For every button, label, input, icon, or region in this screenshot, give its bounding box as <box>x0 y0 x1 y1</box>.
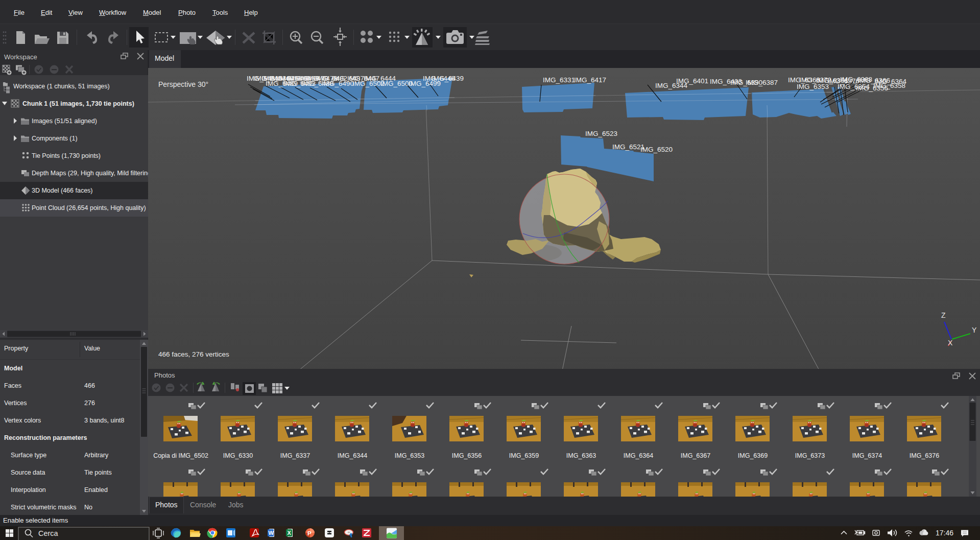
svg-text:IMG_6499: IMG_6499 <box>409 80 441 87</box>
svg-text:IMG_6417: IMG_6417 <box>574 76 606 84</box>
svg-text:IMG_6500: IMG_6500 <box>380 80 413 87</box>
svg-text:Perspective 30°: Perspective 30° <box>158 80 208 88</box>
svg-text:IMG_6521: IMG_6521 <box>612 143 644 151</box>
svg-text:IMG_6523: IMG_6523 <box>585 130 617 137</box>
svg-text:IMG_6502: IMG_6502 <box>352 80 385 87</box>
svg-text:X: X <box>948 339 953 347</box>
svg-text:X: X <box>288 530 292 536</box>
svg-text:IMG_6490: IMG_6490 <box>322 80 354 87</box>
svg-text:P: P <box>307 530 312 536</box>
svg-text:Y: Y <box>972 326 977 334</box>
svg-text:IMG_6520: IMG_6520 <box>640 146 673 153</box>
svg-text:Cerca: Cerca <box>38 529 59 537</box>
svg-text:466 faces, 276 vertices: 466 faces, 276 vertices <box>158 350 229 358</box>
svg-text:IMG_6387: IMG_6387 <box>746 79 778 86</box>
svg-text:IMG_6401: IMG_6401 <box>676 77 708 85</box>
svg-text:17:46: 17:46 <box>936 529 953 537</box>
svg-text:W: W <box>269 530 274 536</box>
svg-text:IMG_6358: IMG_6358 <box>873 82 905 89</box>
svg-text:IMG_6331: IMG_6331 <box>543 76 575 84</box>
svg-text:IMG_6353: IMG_6353 <box>797 83 829 90</box>
svg-text:Z: Z <box>941 311 946 319</box>
